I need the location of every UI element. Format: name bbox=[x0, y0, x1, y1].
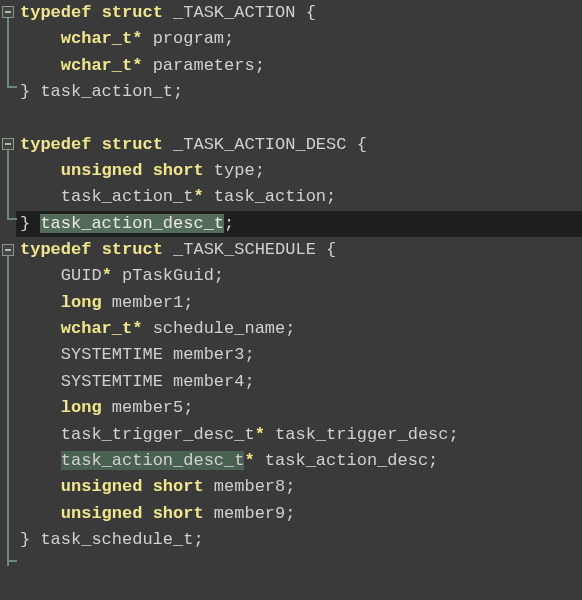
brace: } bbox=[20, 82, 30, 101]
keyword-typedef: typedef bbox=[20, 3, 91, 22]
semi: ; bbox=[173, 82, 183, 101]
semi: ; bbox=[224, 29, 234, 48]
keyword-typedef: typedef bbox=[20, 135, 91, 154]
pointer-star: * bbox=[244, 451, 254, 470]
keyword-struct: struct bbox=[102, 135, 163, 154]
code-line[interactable]: unsigned short type; bbox=[16, 158, 582, 184]
fold-guide-line bbox=[7, 150, 9, 218]
pointer-star: * bbox=[102, 266, 112, 285]
semi: ; bbox=[285, 319, 295, 338]
semi: ; bbox=[449, 425, 459, 444]
semi: ; bbox=[244, 372, 254, 391]
fold-toggle-icon[interactable] bbox=[2, 6, 14, 18]
code-line[interactable]: long member1; bbox=[16, 290, 582, 316]
type-name: task_trigger_desc_t bbox=[61, 425, 255, 444]
semi: ; bbox=[255, 56, 265, 75]
fold-toggle-icon[interactable] bbox=[2, 244, 14, 256]
fold-end-line bbox=[7, 218, 17, 220]
field-name: task_action bbox=[214, 187, 326, 206]
code-line[interactable]: typedef struct _TASK_ACTION { bbox=[16, 0, 582, 26]
code-editor[interactable]: typedef struct _TASK_ACTION { wchar_t* p… bbox=[0, 0, 582, 553]
keyword-short: short bbox=[153, 161, 204, 180]
code-line[interactable]: task_action_t* task_action; bbox=[16, 184, 582, 210]
code-line[interactable]: SYSTEMTIME member3; bbox=[16, 342, 582, 368]
semi: ; bbox=[193, 530, 203, 549]
code-line[interactable]: SYSTEMTIME member4; bbox=[16, 369, 582, 395]
semi: ; bbox=[244, 345, 254, 364]
keyword-struct: struct bbox=[102, 3, 163, 22]
code-line[interactable]: GUID* pTaskGuid; bbox=[16, 263, 582, 289]
code-line[interactable]: long member5; bbox=[16, 395, 582, 421]
type-name: SYSTEMTIME bbox=[61, 372, 163, 391]
code-line[interactable]: unsigned short member9; bbox=[16, 501, 582, 527]
semi: ; bbox=[183, 398, 193, 417]
semi: ; bbox=[428, 451, 438, 470]
keyword-short: short bbox=[153, 504, 204, 523]
keyword-long: long bbox=[61, 293, 102, 312]
type-name: task_action_t bbox=[61, 187, 194, 206]
code-line[interactable]: } task_schedule_t; bbox=[16, 527, 582, 553]
code-line[interactable]: } task_action_t; bbox=[16, 79, 582, 105]
code-line[interactable]: typedef struct _TASK_ACTION_DESC { bbox=[16, 132, 582, 158]
keyword-unsigned: unsigned bbox=[61, 504, 143, 523]
keyword-unsigned: unsigned bbox=[61, 477, 143, 496]
field-name: member9 bbox=[214, 504, 285, 523]
brace: } bbox=[20, 530, 30, 549]
selected-identifier: task_action_desc_t bbox=[40, 214, 224, 233]
typedef-alias: task_schedule_t bbox=[40, 530, 193, 549]
pointer-star: * bbox=[255, 425, 265, 444]
semi: ; bbox=[214, 266, 224, 285]
brace: { bbox=[326, 240, 336, 259]
type-wchar: wchar_t bbox=[61, 29, 132, 48]
pointer-star: * bbox=[193, 187, 203, 206]
fold-toggle-icon[interactable] bbox=[2, 138, 14, 150]
code-line[interactable]: task_trigger_desc_t* task_trigger_desc; bbox=[16, 422, 582, 448]
keyword-typedef: typedef bbox=[20, 240, 91, 259]
field-name: schedule_name bbox=[153, 319, 286, 338]
field-name: type bbox=[214, 161, 255, 180]
semi: ; bbox=[224, 214, 234, 233]
keyword-short: short bbox=[153, 477, 204, 496]
type-wchar: wchar_t bbox=[61, 319, 132, 338]
field-name: member4 bbox=[173, 372, 244, 391]
semi: ; bbox=[285, 477, 295, 496]
pointer-star: * bbox=[132, 319, 142, 338]
code-line[interactable]: wchar_t* schedule_name; bbox=[16, 316, 582, 342]
blank-line bbox=[16, 105, 582, 131]
keyword-unsigned: unsigned bbox=[61, 161, 143, 180]
pointer-star: * bbox=[132, 56, 142, 75]
semi: ; bbox=[255, 161, 265, 180]
keyword-struct: struct bbox=[102, 240, 163, 259]
struct-tag: _TASK_SCHEDULE bbox=[173, 240, 316, 259]
code-line-current[interactable]: } task_action_desc_t; bbox=[16, 211, 582, 237]
field-name: member8 bbox=[214, 477, 285, 496]
field-name: member5 bbox=[112, 398, 183, 417]
fold-end-line bbox=[7, 86, 17, 88]
fold-end-line bbox=[7, 560, 17, 562]
type-wchar: wchar_t bbox=[61, 56, 132, 75]
brace: { bbox=[306, 3, 316, 22]
keyword-long: long bbox=[61, 398, 102, 417]
field-name: pTaskGuid bbox=[122, 266, 214, 285]
code-line[interactable]: typedef struct _TASK_SCHEDULE { bbox=[16, 237, 582, 263]
code-line[interactable]: unsigned short member8; bbox=[16, 474, 582, 500]
field-name: program bbox=[153, 29, 224, 48]
code-line[interactable]: wchar_t* program; bbox=[16, 26, 582, 52]
typedef-alias: task_action_t bbox=[40, 82, 173, 101]
brace: } bbox=[20, 214, 30, 233]
field-name: task_action_desc bbox=[265, 451, 428, 470]
semi: ; bbox=[326, 187, 336, 206]
field-name: task_trigger_desc bbox=[275, 425, 448, 444]
field-name: parameters bbox=[153, 56, 255, 75]
field-name: member3 bbox=[173, 345, 244, 364]
semi: ; bbox=[285, 504, 295, 523]
type-name: GUID bbox=[61, 266, 102, 285]
struct-tag: _TASK_ACTION bbox=[173, 3, 295, 22]
struct-tag: _TASK_ACTION_DESC bbox=[173, 135, 346, 154]
code-line[interactable]: task_action_desc_t* task_action_desc; bbox=[16, 448, 582, 474]
semi: ; bbox=[183, 293, 193, 312]
fold-guide-line bbox=[7, 18, 9, 86]
brace: { bbox=[357, 135, 367, 154]
code-line[interactable]: wchar_t* parameters; bbox=[16, 53, 582, 79]
fold-guide-line bbox=[7, 256, 9, 566]
